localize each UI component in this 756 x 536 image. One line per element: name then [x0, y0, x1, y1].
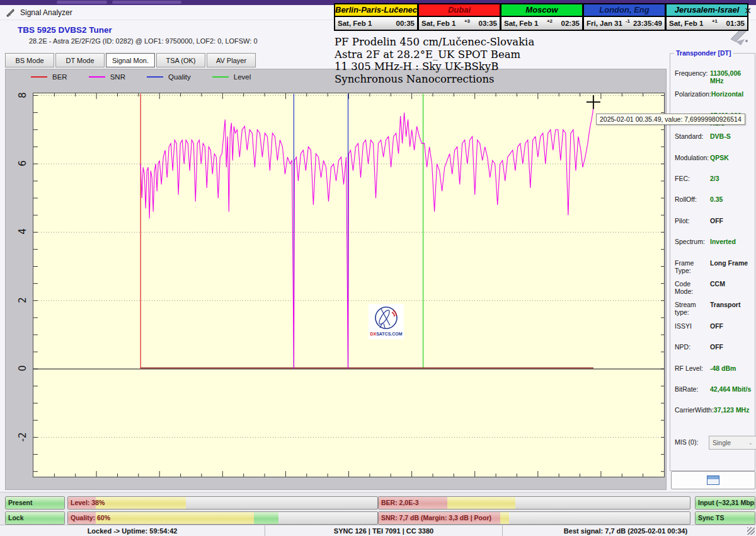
legend-item-quality: Quality [147, 73, 191, 81]
clock-cell: London, Eng Fri, Jan 31 -1 23:35:49 [583, 3, 666, 31]
signal-chart-plot[interactable]: DXSATCS.COM [33, 93, 665, 477]
legend-item-snr: SNR [89, 73, 125, 81]
bar-label: Lock [8, 512, 24, 523]
transponder-row-value: Horizontal [711, 90, 752, 99]
status-bars-area: Present Lock Level: 38% Quality: 60% BER… [0, 492, 756, 525]
background-tab [57, 1, 107, 4]
mode-button-bs-mode[interactable]: BS Mode [5, 53, 54, 67]
satellite-icon [5, 8, 15, 18]
annotation-line: Synchronous Nanocorrections [335, 73, 534, 86]
world-clocks-panel: Berlin-Paris-Lučenec Sat, Feb 1 00:35 Du… [334, 3, 748, 31]
bar-peak-segment [254, 512, 278, 524]
mode-button-av-player[interactable]: AV Player [207, 53, 256, 67]
clock-utc-offset: -1 [622, 18, 633, 24]
status-sync-counters: SYNC 126 | TEI 7091 | CC 3380 [265, 525, 503, 536]
annotation-text-block: PF Prodelin 450 cm/Lučenec-Slovakia Astr… [335, 36, 534, 85]
transponder-row-label: Spectrum: [675, 238, 710, 247]
y-tick-label: 2 [17, 297, 28, 303]
mode-button-dt-mode[interactable]: DT Mode [55, 53, 105, 67]
tuner-title: TBS 5925 DVBS2 Tuner [18, 25, 112, 35]
logo-dx-text: DX [370, 332, 376, 336]
status-uptime: Locked -> Uptime: 59:54:42 [0, 525, 265, 536]
transponder-row-value: 11305,006 MHz [710, 69, 752, 78]
clock-city-label: Jerusalem-Israel [667, 4, 747, 17]
mode-button-tsa-ok-[interactable]: TSA (OK) [156, 53, 205, 67]
signal-analyzer-window: Signal Analyzer Berlin-Paris-Lučenec Sat… [0, 0, 756, 536]
transponder-row: ISSYI OFF [675, 322, 752, 331]
bar-label: Level: 38% [71, 497, 105, 508]
transponder-row-label: FEC: [675, 175, 710, 184]
y-tick-label: 0 [17, 365, 28, 371]
transponder-row-label: Modulation: [675, 154, 710, 163]
quality-bar: Quality: 60% [67, 511, 378, 525]
bar-label: Sync TS [698, 512, 724, 523]
clock-cell: Dubai Sat, Feb 1 +3 03:35 [418, 3, 501, 31]
chart-canvas [33, 93, 664, 477]
clock-utc-offset: +3 [455, 18, 478, 24]
transponder-row-label: Standard: [675, 132, 710, 141]
transponder-row-value: OFF [710, 217, 752, 226]
transponder-row: Frequency: 11305,006 MHz [675, 69, 752, 78]
mis-dropdown[interactable]: Single ⌄ [709, 436, 756, 450]
input-rate-indicator: Input (~32,31 Mbps) [695, 496, 755, 510]
transponder-row-value: CCM [710, 280, 752, 289]
legend-item-ber: BER [31, 73, 67, 81]
transport-list-button[interactable] [671, 471, 755, 489]
clock-cell: Jerusalem-Israel Sat, Feb 1 +1 01:35 [666, 3, 748, 31]
transponder-row-value: OFF [710, 343, 752, 352]
y-tick-label: -2 [17, 432, 28, 441]
logo-satcs-text: SATCS.COM [376, 332, 403, 336]
transponder-row: Polarization: Horizontal [675, 90, 752, 99]
clock-utc-offset: +2 [538, 18, 561, 24]
bar-label: Present [8, 497, 33, 508]
clock-date: Sat, Feb 1 [504, 20, 538, 27]
sync-ts-indicator: Sync TS [695, 511, 755, 525]
annotation-line: PF Prodelin 450 cm/Lučenec-Slovakia [335, 36, 534, 49]
clock-time: 23:35:49 [633, 20, 662, 27]
transponder-row-label: Polarization: [675, 90, 711, 99]
mode-button-signal-mon-[interactable]: Signal Mon. [106, 53, 155, 67]
transponder-row-value: 0.35 [710, 195, 752, 204]
clock-time: 02:35 [561, 20, 580, 27]
transponder-row-value: 37,123 MHz [714, 406, 752, 415]
transponder-row: BitRate: 42,464 Mbit/s [675, 385, 752, 394]
transponder-row-label: Stream type: [675, 301, 710, 310]
transponder-row: Standard: DVB-S [675, 132, 752, 141]
legend-swatch [31, 76, 47, 78]
transponder-row-value: OFF [710, 322, 752, 331]
dxsatcs-logo: DXSATCS.COM [369, 304, 404, 339]
clock-time: 01:35 [726, 20, 745, 27]
clock-cell: Berlin-Paris-Lučenec Sat, Feb 1 00:35 [334, 3, 418, 31]
legend-label: SNR [110, 73, 125, 81]
clock-city-label: Berlin-Paris-Lučenec [335, 4, 417, 17]
legend-label: BER [52, 73, 67, 81]
chevron-down-icon: ⌄ [748, 440, 753, 446]
transponder-row-value: Transport [710, 301, 752, 310]
transponder-row-label: CarrierWidth: [675, 406, 714, 415]
transponder-row-label: Frequency: [675, 69, 710, 78]
transponder-row-label: BitRate: [675, 385, 710, 394]
transponder-row-value: Inverted [710, 238, 752, 247]
transponder-row: CarrierWidth: 37,123 MHz [675, 406, 752, 415]
mis-label: MIS (0): [675, 438, 698, 446]
annotation-line: Astra 2F at 28.2°E_UK SPOT Beam [335, 49, 534, 61]
bar-label: BER: 2,0E-3 [381, 497, 419, 508]
lock-indicator: Lock [5, 511, 65, 525]
y-tick-label: 8 [17, 92, 28, 98]
transponder-row-value: 42,464 Mbit/s [710, 385, 752, 394]
transponder-row: FEC: 2/3 [675, 175, 752, 184]
transponder-row: Modulation: QPSK [675, 154, 752, 163]
snr-bar: SNR: 7,7 dB (Margin: 3,3 dB | Poor) [378, 511, 690, 525]
transponder-row-value: DVB-S [710, 132, 752, 141]
transponder-row: Pilot: OFF [675, 217, 752, 226]
clock-city-label: Dubai [419, 4, 500, 17]
transponder-row: Code Mode: CCM [675, 280, 752, 289]
transponder-row-label: NPD: [675, 343, 710, 352]
close-icon[interactable]: ✕ [742, 5, 753, 16]
resize-grip[interactable] [747, 527, 755, 535]
transponder-row-value: Long Frame [710, 259, 752, 268]
legend-swatch [89, 76, 105, 78]
y-tick-label: 6 [17, 160, 28, 166]
status-best-signal: Best signal: 7,7 dB (2025-02-01 00:34) [503, 525, 748, 536]
clock-date: Sat, Feb 1 [338, 20, 372, 27]
